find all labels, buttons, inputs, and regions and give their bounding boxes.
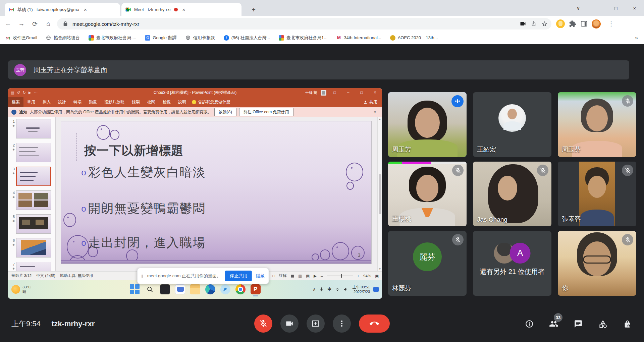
slide-editing-area[interactable]: 按一下以新增標題 o彩色人生變灰白暗淡 o開朗無憂變鴨霸鬱悶 o走出封閉，進入職…: [61, 121, 371, 264]
self-view-tile[interactable]: 你: [558, 231, 636, 296]
side-panel-icon[interactable]: [580, 20, 588, 27]
forward-icon[interactable]: →: [16, 18, 27, 29]
new-tab-button[interactable]: +: [249, 5, 258, 14]
taskbar-blue-app-icon[interactable]: [220, 284, 230, 294]
host-controls-icon[interactable]: [623, 319, 632, 329]
share-page-icon[interactable]: [530, 20, 537, 27]
slide-thumbnail[interactable]: 1✱: [9, 119, 55, 138]
slide-thumbnail[interactable]: 5✱: [9, 214, 55, 234]
extensions-puzzle-icon[interactable]: [569, 20, 576, 27]
window-close-button[interactable]: ×: [625, 0, 644, 16]
url-text[interactable]: meet.google.com/tzk-mrhy-rxr: [72, 21, 516, 27]
window-minimize-button[interactable]: –: [588, 0, 606, 16]
back-icon[interactable]: ←: [3, 18, 13, 29]
ppt-restore-button[interactable]: □: [357, 88, 367, 97]
ppt-close-button[interactable]: ×: [370, 88, 380, 97]
leave-call-button[interactable]: [359, 315, 390, 333]
bookmark-facebook[interactable]: f(96) 社團法人台灣...: [224, 35, 270, 41]
scrollbar-thumb[interactable]: [379, 174, 381, 214]
ribbon-tab-transitions[interactable]: 轉場: [70, 97, 85, 107]
ribbon-tab-animations[interactable]: 動畫: [85, 97, 101, 107]
tab-search-icon[interactable]: ∨: [569, 0, 588, 16]
start-button-icon[interactable]: [130, 284, 140, 294]
stop-sharing-button[interactable]: 停止共用: [225, 271, 252, 281]
zoom-slider[interactable]: [327, 276, 353, 276]
bookmark-donation[interactable]: 信用卡捐款: [185, 35, 215, 41]
slide-thumbnail-panel[interactable]: 1✱ 2✱ 3✱ 4✱ 5✱: [8, 117, 56, 271]
accessibility-status[interactable]: 協助工具: 無法使用: [60, 273, 93, 278]
qat-customize-icon[interactable]: ⋯: [34, 91, 38, 95]
ppt-account-avatar[interactable]: [321, 90, 326, 96]
save-icon[interactable]: ▤: [11, 91, 14, 95]
profile-avatar[interactable]: [592, 19, 601, 28]
ppt-minimize-button[interactable]: –: [343, 88, 353, 97]
taskbar-search-icon[interactable]: [145, 284, 155, 294]
bookmark-34th-international[interactable]: M34th International...: [336, 35, 381, 41]
comments-toggle[interactable]: 註解: [279, 273, 286, 278]
slide-thumbnail-selected[interactable]: 3✱: [9, 167, 55, 186]
tab-gmail[interactable]: 草稿 (1) - taiwan.epilepsy@gma ×: [5, 3, 120, 16]
ribbon-tab-insert[interactable]: 插入: [39, 97, 54, 107]
slide-thumbnail[interactable]: 4✱: [9, 190, 55, 210]
camera-toggle-button[interactable]: [280, 315, 299, 333]
address-bar[interactable]: meet.google.com/tzk-mrhy-rxr: [57, 18, 551, 30]
ribbon-tab-view[interactable]: 檢視: [159, 97, 174, 107]
tray-wifi-icon[interactable]: [335, 287, 340, 292]
ribbon-tab-design[interactable]: 設計: [54, 97, 70, 107]
hide-popup-button[interactable]: 隱藏: [256, 273, 265, 279]
slide-thumbnail[interactable]: 2✱: [9, 143, 55, 162]
window-maximize-button[interactable]: □: [606, 0, 625, 16]
tab-close-icon[interactable]: ×: [82, 7, 88, 13]
bookmark-aoec[interactable]: AOEC 2020 – 13th...: [390, 35, 438, 41]
view-sorter-icon[interactable]: ▥: [298, 274, 302, 278]
chat-icon[interactable]: [574, 319, 583, 329]
present-button[interactable]: [307, 315, 325, 333]
language-indicator[interactable]: 中文 (台灣): [36, 273, 55, 278]
edge-browser-icon[interactable]: [205, 284, 215, 294]
bookmark-taipei-gov-2[interactable]: 臺北市政府社會局1...: [279, 35, 327, 41]
notification-center-icon[interactable]: [373, 287, 379, 292]
bookmarks-overflow-icon[interactable]: »: [635, 35, 638, 41]
reload-icon[interactable]: ⟳: [30, 18, 40, 29]
participants-icon[interactable]: 33: [549, 319, 558, 329]
zoom-level[interactable]: 94%: [363, 274, 371, 278]
browser-menu-icon[interactable]: ⋮: [605, 20, 618, 27]
ribbon-tab-home[interactable]: 常用: [23, 97, 39, 107]
vertical-scrollbar[interactable]: ▲ ▼: [377, 117, 382, 271]
participant-tile[interactable]: 麗芬 林麗芬: [388, 231, 467, 296]
ribbon-tab-slideshow[interactable]: 投影片放映: [101, 97, 128, 107]
taskbar-app-dark-icon[interactable]: [160, 284, 170, 294]
ppt-share-button[interactable]: 共用: [363, 99, 382, 105]
scroll-down-icon[interactable]: ▼: [379, 268, 381, 271]
zoom-out-icon[interactable]: –: [321, 274, 323, 278]
tab-close-icon[interactable]: ×: [181, 7, 187, 13]
notice-close-icon[interactable]: x: [374, 110, 379, 114]
tab-meet[interactable]: Meet - tzk-mrhy-rxr ×: [121, 3, 241, 16]
bookmark-google-translate[interactable]: GGoogle 翻譯: [145, 35, 177, 41]
zoom-in-icon[interactable]: +: [357, 274, 359, 278]
bookmark-star-icon[interactable]: [541, 20, 548, 27]
tray-expand-icon[interactable]: ∧: [313, 287, 316, 292]
scroll-up-icon[interactable]: ▲: [379, 118, 381, 121]
ribbon-tab-review[interactable]: 校閱: [144, 97, 159, 107]
view-reading-icon[interactable]: ▤: [306, 274, 310, 278]
taskbar-clock[interactable]: 上午 09:51 2022/7/23: [352, 285, 370, 294]
shared-screen-tile[interactable]: ▤ ↺ ↻ ▶ ⋯ Chou3-3 [相容模式] - PowerPoint (未…: [8, 88, 382, 299]
redo-icon[interactable]: ↻: [23, 91, 26, 95]
taskbar-chat-icon[interactable]: [175, 284, 185, 294]
tray-volume-icon[interactable]: [343, 287, 349, 292]
bookmark-gmail[interactable]: 收件匣Gmail: [5, 35, 37, 41]
more-participants-tile[interactable]: A 還有另外 21 位使用者: [473, 231, 551, 296]
slide-thumbnail[interactable]: 7✱: [9, 262, 55, 271]
undo-icon[interactable]: ↺: [17, 91, 20, 95]
ribbon-tab-help[interactable]: 說明: [174, 97, 190, 107]
slideshow-icon[interactable]: ▶: [29, 91, 31, 95]
powerpoint-taskbar-icon[interactable]: P: [251, 284, 261, 294]
meeting-details-icon[interactable]: [525, 319, 534, 329]
participant-tile[interactable]: 王紹宏: [473, 92, 551, 157]
bookmark-taipei-gov[interactable]: 臺北市政府社會局-...: [89, 35, 136, 41]
tell-me-box[interactable]: 告訴我您想做什麼: [192, 99, 230, 105]
home-icon[interactable]: ⌂: [43, 18, 54, 29]
activities-icon[interactable]: [598, 319, 607, 329]
ribbon-tab-file[interactable]: 檔案: [8, 97, 23, 107]
